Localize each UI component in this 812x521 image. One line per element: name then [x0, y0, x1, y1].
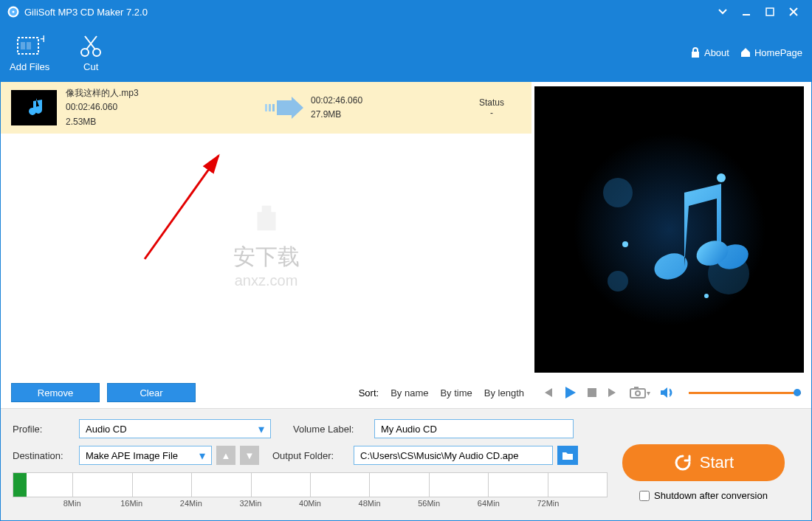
cut-button[interactable]: Cut [76, 33, 106, 72]
shutdown-checkbox-input[interactable] [639, 491, 650, 501]
timeline-fill [13, 473, 27, 497]
stop-button[interactable] [586, 387, 598, 398]
list-actions: Remove Clear Sort: By name By time By le… [1, 377, 534, 408]
volume-label-input[interactable] [374, 419, 574, 438]
svg-point-23 [608, 271, 628, 291]
volume-icon[interactable] [659, 386, 674, 399]
timeline: 8Min 16Min 24Min 32Min 40Min 48Min 56Min… [13, 472, 608, 509]
svg-point-30 [636, 391, 640, 396]
status-label: Status [469, 97, 514, 108]
timeline-bar[interactable] [13, 472, 608, 497]
svg-point-2 [13, 11, 15, 13]
file-duration: 00:02:46.060 [66, 100, 258, 114]
sort-by-name[interactable]: By name [390, 387, 428, 398]
svg-point-25 [622, 241, 628, 247]
file-name: 像我这样的人.mp3 [66, 86, 258, 100]
bottom-panel: Profile: Audio CD▾ Volume Label: Destina… [1, 408, 811, 521]
svg-rect-16 [265, 104, 267, 111]
player-controls: ▾ [534, 377, 811, 408]
add-files-button[interactable]: + Add Files [10, 33, 49, 72]
home-icon [740, 46, 751, 58]
svg-rect-29 [630, 389, 645, 398]
svg-point-21 [603, 178, 633, 207]
timeline-labels: 8Min 16Min 24Min 32Min 40Min 48Min 56Min… [13, 499, 608, 509]
snapshot-button[interactable]: ▾ [629, 386, 650, 399]
cut-icon [76, 33, 106, 58]
profile-select[interactable]: Audio CD▾ [79, 419, 271, 438]
svg-point-12 [93, 49, 100, 56]
file-info: 像我这样的人.mp3 00:02:46.060 2.53MB [66, 86, 258, 129]
play-button[interactable] [562, 385, 577, 400]
move-up-button[interactable]: ▲ [216, 446, 235, 465]
svg-text:+: + [40, 33, 44, 46]
title-bar: GiliSoft MP3 CD Maker 7.2.0 [1, 1, 811, 23]
next-button[interactable] [607, 386, 620, 399]
refresh-icon [673, 453, 692, 472]
status-column: Status - [469, 97, 514, 118]
svg-rect-17 [269, 104, 271, 111]
music-note-icon [574, 134, 765, 325]
profile-label: Profile: [13, 424, 79, 435]
start-button[interactable]: Start [622, 444, 785, 481]
app-title: GiliSoft MP3 CD Maker 7.2.0 [24, 7, 148, 18]
svg-line-19 [145, 156, 219, 259]
prev-button[interactable] [540, 386, 554, 399]
dropdown-button[interactable] [711, 1, 734, 23]
svg-rect-31 [634, 387, 639, 390]
lock-icon [689, 46, 701, 58]
annotation-arrow [137, 148, 233, 266]
output-folder-input[interactable] [354, 446, 553, 465]
svg-rect-15 [692, 52, 699, 58]
close-button[interactable] [782, 1, 805, 23]
svg-point-11 [81, 49, 89, 56]
browse-folder-button[interactable] [557, 446, 578, 465]
svg-rect-28 [588, 388, 596, 397]
sort-label: Sort: [359, 387, 379, 398]
volume-label-label: Volume Label: [293, 424, 374, 435]
svg-rect-9 [21, 42, 25, 49]
move-down-button[interactable]: ▼ [240, 446, 259, 465]
sort-controls: Sort: By name By time By length [359, 387, 524, 398]
svg-point-26 [704, 294, 709, 298]
add-files-icon: + [15, 33, 44, 58]
output-info: 00:02:46.060 27.9MB [311, 94, 422, 122]
volume-slider[interactable] [689, 392, 801, 394]
shutdown-checkbox[interactable]: Shutdown after conversion [639, 490, 768, 501]
clear-button[interactable]: Clear [107, 383, 196, 402]
svg-rect-20 [574, 134, 765, 325]
svg-point-24 [717, 173, 726, 182]
file-thumbnail [11, 90, 57, 125]
toolbar: + Add Files Cut About HomePage [1, 23, 811, 82]
status-value: - [469, 108, 514, 118]
add-files-label: Add Files [10, 61, 49, 72]
homepage-link[interactable]: HomePage [740, 46, 802, 58]
output-folder-label: Output Folder: [272, 450, 354, 461]
file-list: 像我这样的人.mp3 00:02:46.060 2.53MB 00:02:46.… [1, 82, 531, 377]
svg-rect-18 [272, 104, 275, 111]
cut-label: Cut [83, 61, 98, 72]
sort-by-time[interactable]: By time [440, 387, 472, 398]
file-size: 2.53MB [66, 115, 258, 129]
svg-line-13 [86, 36, 97, 49]
preview-panel [534, 86, 804, 373]
svg-rect-4 [766, 8, 774, 15]
maximize-button[interactable] [758, 1, 782, 23]
minimize-button[interactable] [734, 1, 758, 23]
app-icon [7, 5, 20, 18]
destination-label: Destination: [13, 450, 79, 461]
about-link[interactable]: About [689, 46, 729, 58]
svg-rect-10 [27, 42, 31, 49]
sort-by-length[interactable]: By length [484, 387, 524, 398]
main-area: 像我这样的人.mp3 00:02:46.060 2.53MB 00:02:46.… [1, 82, 811, 377]
remove-button[interactable]: Remove [11, 383, 100, 402]
file-row[interactable]: 像我这样的人.mp3 00:02:46.060 2.53MB 00:02:46.… [1, 82, 531, 134]
destination-select[interactable]: Make APE Image File▾ [79, 446, 212, 465]
svg-line-14 [85, 36, 95, 49]
out-duration: 00:02:46.060 [311, 94, 422, 108]
watermark: 安下载 anxz.com [233, 200, 300, 289]
out-size: 27.9MB [311, 108, 422, 122]
convert-arrow-icon [258, 97, 311, 119]
